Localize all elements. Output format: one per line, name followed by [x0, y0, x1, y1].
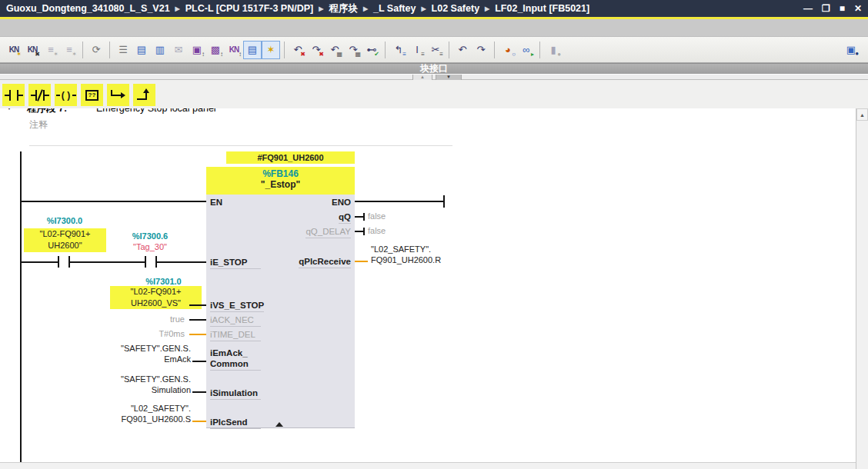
lines-icon: ≡ [402, 52, 406, 58]
breadcrumb-program-blocks[interactable]: 程序块 [329, 2, 358, 15]
network-canvas[interactable]: ▼ 程序段 7: Emergency Stop local panel 注释 %… [0, 108, 856, 462]
block-body[interactable]: EN ENO qQ qQ_DELAY qPlcReceive iE_STOP i… [206, 195, 355, 428]
previous-error-button[interactable]: ↶✖ [289, 41, 307, 59]
breadcrumb-plc[interactable]: PLC-L [CPU 1517F-3 PN/DP] [185, 3, 313, 14]
block-collapse-triangle-icon[interactable] [275, 422, 283, 427]
dropdown-arrows-icon[interactable]: ↕ [202, 52, 205, 58]
call-structure-button[interactable]: ◕○ [499, 41, 517, 59]
pin-en[interactable]: EN [210, 198, 261, 208]
collapse-networks-button[interactable]: ☰ [114, 41, 132, 59]
protection-button[interactable]: ▮● [544, 41, 563, 59]
favorite-open-branch-button[interactable] [107, 84, 129, 106]
block-fb-number: %FB146 [206, 168, 355, 179]
pin-itime-del[interactable]: iTIME_DEL [210, 330, 261, 341]
favorite-coil-button[interactable]: ( ) [55, 84, 77, 106]
favorite-empty-box-button[interactable]: ?? [81, 84, 103, 106]
lock-icon: ● [557, 52, 561, 58]
contact1-tag[interactable]: "L02-FQ901+UH2600" [24, 228, 106, 252]
insert-network-button[interactable]: KN✶ [5, 41, 23, 59]
network-display-toggle[interactable]: ▤ [243, 41, 262, 59]
insert-call-button[interactable]: ▩↕ [206, 41, 225, 59]
ack-nec-value[interactable]: true [108, 314, 185, 324]
restore-icon[interactable]: ❐ [822, 0, 830, 17]
contact1-left-bar[interactable] [58, 256, 59, 268]
window-controls: — ❐ ■ ✕ [803, 0, 862, 17]
close-icon[interactable]: ✕ [854, 0, 862, 17]
vs-input-tag[interactable]: "L02-FQ901+UH2600_VS" [110, 286, 202, 309]
horizontal-scroll-strip[interactable] [0, 462, 856, 469]
pin-iack-nec[interactable]: iACK_NEC [210, 315, 261, 327]
pin-iemack-line2[interactable]: Common [210, 359, 261, 371]
plcreceive-operand[interactable]: "L02_SAFETY".FQ901_UH2600.R [371, 244, 494, 265]
go-back-button[interactable]: ↶ [453, 41, 472, 59]
vertical-scrollbar[interactable]: ▲ [856, 108, 868, 469]
dropdown-arrows-icon[interactable]: ↕ [239, 52, 242, 58]
pin-iplcsend[interactable]: iPlcSend [210, 417, 261, 429]
pin-qq[interactable]: qQ [339, 212, 351, 224]
favorites-toggle[interactable]: ✶ [262, 41, 280, 59]
breadcrumb-project[interactable]: Guoxu_Dongteng_341080_L_S_V21 [6, 3, 170, 14]
block-interface-bar[interactable]: 块接口 [0, 63, 868, 74]
editor-window-button[interactable]: ▣● [842, 40, 860, 58]
toolbar-separator [109, 42, 110, 58]
simulation-operand[interactable]: "SAFETY".GEN.S.Simulation [77, 374, 191, 395]
next-error-button[interactable]: ↷✖ [307, 41, 326, 59]
vs-input-address[interactable]: %I7301.0 [123, 277, 204, 286]
collapse-triangle-icon[interactable]: ▼ [6, 108, 12, 116]
qq-delay-value[interactable]: false [368, 226, 386, 235]
favorite-no-contact-button[interactable] [2, 84, 25, 106]
pin-qplcreceive[interactable]: qPlcReceive [299, 257, 351, 268]
minimize-icon[interactable]: — [803, 0, 813, 17]
go-forward-button[interactable]: ↷ [472, 41, 490, 59]
block-instance-label[interactable]: #FQ901_UH2600 [226, 151, 355, 164]
emack-operand[interactable]: "SAFETY".GEN.S.EmAck [77, 343, 191, 364]
open-all-networks-button[interactable]: ▥ [151, 41, 169, 59]
scroll-up-button[interactable]: ▲ [856, 108, 868, 121]
delete-row-button[interactable]: ≡✶ [60, 41, 78, 59]
pin-qq-delay[interactable]: qQ_DELAY [305, 227, 351, 238]
titlebar-breadcrumb: Guoxu_Dongteng_341080_L_S_V21 ▶ PLC-L [C… [0, 0, 868, 17]
favorite-close-branch-button[interactable] [133, 84, 155, 106]
maximize-icon[interactable]: ■ [840, 0, 845, 17]
plcsend-operand[interactable]: "L02_SAFETY".FQ901_UH2600.S [77, 403, 191, 424]
breadcrumb-block-title[interactable]: LF02_Input [FB5021] [495, 3, 589, 14]
favorite-nc-contact-button[interactable] [28, 84, 51, 106]
time-del-value[interactable]: T#0ms [108, 329, 185, 338]
comment-button[interactable]: ✉ [169, 41, 188, 59]
network-title[interactable]: Emergency Stop local panel [96, 108, 216, 116]
block-header[interactable]: %FB146 "_Estop" [206, 167, 355, 195]
insert-row-button[interactable]: ≡✶ [42, 41, 60, 59]
pin-ivs-e-stop[interactable]: iVS_E_STOP [210, 301, 264, 312]
interface-collapse-button[interactable]: ▼ [436, 75, 462, 80]
contact2-address[interactable]: %I7300.6 [112, 231, 189, 241]
delete-network-button[interactable]: KN✖ [23, 41, 42, 59]
insert-operand-button[interactable]: KN↕ [225, 41, 243, 59]
monitor-glasses-button[interactable]: ∞▸ [517, 41, 536, 59]
insert-box-button[interactable]: ▣↕ [188, 41, 206, 59]
contact2-tag[interactable]: "Tag_30" [112, 242, 189, 251]
hide-symbol-info-button[interactable]: ✂≡ [426, 41, 445, 59]
close-all-networks-button[interactable]: ▤ [132, 41, 151, 59]
network-comment-placeholder[interactable]: 注释 [29, 118, 48, 131]
load-snapshot-button[interactable]: ↶▦ [326, 41, 344, 59]
save-snapshot-button[interactable]: ↷▦ [344, 41, 362, 59]
breadcrumb-safety-folder[interactable]: _L Saftey [373, 3, 416, 14]
contact1-address[interactable]: %I7300.0 [23, 216, 106, 225]
absolute-operand-button[interactable]: ↰≡ [389, 41, 408, 59]
breadcrumb-l02-safety[interactable]: L02 Safety [432, 3, 480, 14]
update-block-calls-button[interactable]: ⟳ [87, 41, 105, 59]
qq-value[interactable]: false [368, 211, 386, 221]
pin-isimulation[interactable]: iSimulation [210, 388, 261, 400]
close-branch-icon [137, 90, 152, 101]
pin-iemack-line1[interactable]: iEmAck_ [210, 348, 261, 359]
dropdown-arrows-icon[interactable]: ↕ [220, 52, 223, 58]
editor-toolbar: KN✶ KN✖ ≡✶ ≡✶ ⟳ ☰ ▤ ▥ ✉ ▣↕ ▩↕ KN↕ ▤ ✶ ↶✖… [0, 37, 868, 63]
symbol-info-button[interactable]: I≡ [408, 41, 426, 59]
pin-eno[interactable]: ENO [332, 198, 351, 208]
consistency-check-button[interactable]: ⊷✔ [362, 41, 381, 59]
contact2-left-bar[interactable] [145, 256, 146, 268]
lines-icon: ≡ [439, 52, 443, 58]
pin-ie-stop[interactable]: iE_STOP [210, 258, 261, 269]
network-header-clipped[interactable]: ▼ 程序段 7: Emergency Stop local panel [0, 108, 856, 116]
interface-expand-button[interactable]: ▲ [412, 75, 432, 80]
